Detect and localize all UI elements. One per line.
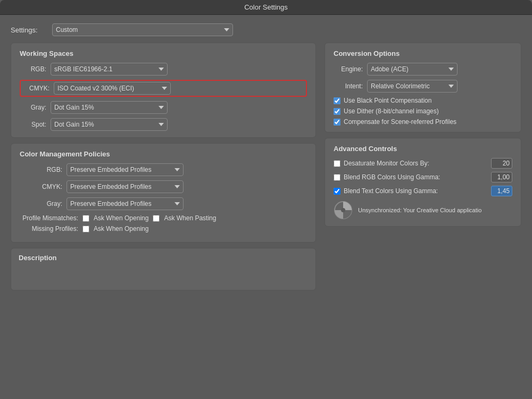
gray-select[interactable]: Dot Gain 15% Dot Gain 20% [51, 101, 168, 114]
use-dither-label: Use Dither (8-bit/channel images) [344, 107, 439, 115]
blend-text-input[interactable] [491, 186, 512, 196]
use-dither-row: Use Dither (8-bit/channel images) [334, 107, 512, 115]
settings-label: Settings: [11, 26, 48, 34]
color-management-section: Color Management Policies RGB: Preserve … [11, 143, 316, 243]
engine-row: Engine: Adobe (ACE) Apple CMM [334, 63, 512, 76]
svg-point-1 [341, 208, 345, 212]
black-point-checkbox[interactable] [334, 97, 340, 104]
advanced-controls-section: Advanced Controls Desaturate Monitor Col… [325, 138, 521, 227]
ask-when-opening-mismatch-checkbox[interactable] [82, 215, 89, 222]
desaturate-input[interactable] [491, 158, 512, 169]
window-title: Color Settings [244, 3, 288, 11]
color-settings-window: Color Settings Settings: Custom North Am… [0, 0, 532, 399]
black-point-label: Use Black Point Compensation [344, 97, 431, 104]
blend-text-checkbox[interactable] [334, 188, 340, 195]
intent-select[interactable]: Relative Colorimetric Perceptual Saturat… [367, 80, 458, 93]
cmp-cmyk-row: CMYK: Preserve Embedded Profiles Convert… [20, 180, 307, 193]
gray-label: Gray: [20, 104, 46, 111]
ask-when-pasting-checkbox[interactable] [153, 215, 160, 222]
missing-profiles-row: Missing Profiles: Ask When Opening [20, 225, 307, 232]
conversion-options-title: Conversion Options [334, 49, 512, 57]
rgb-row: RGB: sRGB IEC61966-2.1 Adobe RGB (1998) [20, 63, 307, 76]
compensate-scene-row: Compensate for Scene-referred Profiles [334, 118, 512, 126]
spot-select[interactable]: Dot Gain 15% Dot Gain 20% [51, 118, 168, 131]
cmp-gray-select[interactable]: Preserve Embedded Profiles Convert to Wo… [66, 197, 184, 210]
blend-text-row: Blend Text Colors Using Gamma: [334, 186, 512, 196]
missing-profiles-label: Missing Profiles: [20, 225, 78, 232]
settings-row: Settings: Custom North America General P… [11, 23, 521, 36]
status-text: Unsynchronized: Your Creative Cloud appl… [358, 207, 481, 213]
use-dither-checkbox[interactable] [334, 108, 340, 115]
rgb-select[interactable]: sRGB IEC61966-2.1 Adobe RGB (1998) [51, 63, 168, 76]
ask-when-pasting-label: Ask When Pasting [164, 214, 216, 222]
profile-mismatches-row: Profile Mismatches: Ask When Opening Ask… [20, 214, 307, 222]
cmyk-row-highlighted: CMYK: ISO Coated v2 300% (ECI) U.S. Web … [20, 80, 307, 97]
cmp-rgb-label: RGB: [20, 166, 62, 173]
right-panel: Conversion Options Engine: Adobe (ACE) A… [325, 43, 521, 390]
advanced-controls-title: Advanced Controls [334, 145, 512, 153]
desaturate-checkbox[interactable] [334, 160, 340, 167]
black-point-row: Use Black Point Compensation [334, 97, 512, 104]
cmp-cmyk-label: CMYK: [20, 183, 62, 190]
cmp-rgb-row: RGB: Preserve Embedded Profiles Convert … [20, 163, 307, 176]
conversion-options-section: Conversion Options Engine: Adobe (ACE) A… [325, 43, 521, 132]
cmyk-label: CMYK: [23, 85, 49, 92]
engine-label: Engine: [334, 65, 363, 73]
spot-label: Spot: [20, 121, 46, 128]
working-spaces-section: Working Spaces RGB: sRGB IEC61966-2.1 Ad… [11, 43, 316, 138]
left-panel: Working Spaces RGB: sRGB IEC61966-2.1 Ad… [11, 43, 316, 390]
cmp-gray-row: Gray: Preserve Embedded Profiles Convert… [20, 197, 307, 210]
blend-rgb-label: Blend RGB Colors Using Gamma: [344, 173, 488, 181]
gray-row: Gray: Dot Gain 15% Dot Gain 20% [20, 101, 307, 114]
cmp-rgb-select[interactable]: Preserve Embedded Profiles Convert to Wo… [66, 163, 184, 176]
ask-when-opening-missing-label: Ask When Opening [94, 225, 148, 232]
intent-label: Intent: [334, 82, 363, 90]
rgb-label: RGB: [20, 65, 46, 73]
description-title: Description [19, 254, 308, 262]
status-icon [334, 201, 353, 220]
settings-select[interactable]: Custom North America General Purpose 2 E… [52, 23, 233, 36]
color-management-title: Color Management Policies [20, 150, 307, 158]
desaturate-row: Desaturate Monitor Colors By: [334, 158, 512, 169]
desaturate-label: Desaturate Monitor Colors By: [344, 160, 488, 167]
compensate-scene-checkbox[interactable] [334, 119, 340, 126]
ask-when-opening-missing-checkbox[interactable] [82, 226, 89, 232]
titlebar: Color Settings [0, 0, 532, 15]
blend-rgb-checkbox[interactable] [334, 174, 340, 181]
status-row: Unsynchronized: Your Creative Cloud appl… [334, 201, 512, 220]
ask-when-opening-mismatch-label: Ask When Opening [94, 214, 148, 222]
main-area: Working Spaces RGB: sRGB IEC61966-2.1 Ad… [11, 43, 521, 390]
profile-mismatches-label: Profile Mismatches: [20, 214, 78, 222]
description-section: Description [11, 248, 316, 290]
intent-row: Intent: Relative Colorimetric Perceptual… [334, 80, 512, 93]
engine-select[interactable]: Adobe (ACE) Apple CMM [367, 63, 458, 76]
blend-text-label: Blend Text Colors Using Gamma: [344, 187, 488, 195]
cmp-cmyk-select[interactable]: Preserve Embedded Profiles Convert to Wo… [66, 180, 184, 193]
compensate-scene-label: Compensate for Scene-referred Profiles [344, 118, 456, 126]
working-spaces-title: Working Spaces [20, 49, 307, 57]
main-content: Settings: Custom North America General P… [0, 15, 532, 399]
blend-rgb-row: Blend RGB Colors Using Gamma: [334, 172, 512, 182]
spot-row: Spot: Dot Gain 15% Dot Gain 20% [20, 118, 307, 131]
blend-rgb-input[interactable] [491, 172, 512, 182]
cmp-gray-label: Gray: [20, 200, 62, 207]
cmyk-select[interactable]: ISO Coated v2 300% (ECI) U.S. Web Coated… [54, 82, 171, 95]
